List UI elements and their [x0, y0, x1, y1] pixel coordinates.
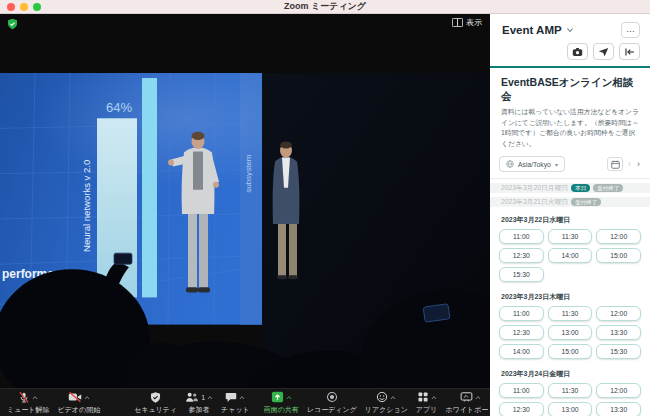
video-area: 表示: [0, 14, 490, 416]
today-badge: 本日: [571, 184, 590, 192]
panel-header: Event AMP …: [490, 14, 650, 38]
time-slot-button[interactable]: 15:30: [596, 344, 641, 359]
stage-bar-value: 64%: [106, 100, 132, 115]
record-button[interactable]: レコーディング: [305, 390, 359, 416]
time-slot-button[interactable]: 11:30: [548, 306, 593, 321]
camera-snapshot-button[interactable]: [567, 43, 588, 60]
paper-plane-icon: [598, 47, 609, 57]
participants-icon: [185, 391, 199, 403]
view-button[interactable]: 表示: [452, 17, 482, 28]
time-slot-button[interactable]: 15:30: [499, 267, 544, 282]
chevron-up-icon: [431, 395, 437, 400]
reactions-button[interactable]: リアクション: [363, 390, 410, 416]
video-muted-icon: [68, 391, 82, 403]
app-switcher[interactable]: Event AMP: [502, 24, 574, 36]
participants-button[interactable]: 1 参加者: [183, 390, 215, 416]
timezone-value: Asia/Tokyo: [518, 161, 551, 168]
time-slot-button[interactable]: 12:00: [596, 229, 641, 244]
slot-grid: 11:00 11:30 12:00 12:30 13:00 13:30 14:0…: [490, 383, 650, 416]
closed-badge: 受付終了: [593, 184, 623, 192]
day-group: 2023年3月22日水曜日 11:00 11:30 12:00 12:30 14…: [490, 207, 650, 284]
participants-count: 1: [201, 394, 205, 401]
event-title: EventBASEオンライン相談会: [490, 68, 650, 107]
day-heading: 2023年3月24日金曜日: [490, 361, 650, 383]
start-video-button[interactable]: ビデオの開始: [56, 390, 103, 416]
apps-grid-icon: [417, 391, 429, 403]
day-row-closed: 2023年3月20日月曜日 本日 受付終了: [490, 183, 650, 193]
event-amp-panel: Event AMP …: [490, 14, 650, 416]
smiley-icon: [376, 391, 388, 403]
panel-actions: [490, 38, 650, 66]
stage-bar-label: Neural networks v 2.0: [81, 160, 92, 252]
send-button[interactable]: [593, 43, 614, 60]
divider: [490, 178, 650, 179]
time-slot-button[interactable]: 14:00: [548, 248, 593, 263]
slot-grid: 11:00 11:30 12:00 12:30 14:00 15:00 15:3…: [490, 229, 650, 282]
time-slot-button[interactable]: 11:00: [499, 229, 544, 244]
video-topbar: 表示: [0, 14, 490, 73]
time-slot-button[interactable]: 12:30: [499, 248, 544, 263]
collapse-panel-button[interactable]: [619, 43, 640, 60]
unmute-button[interactable]: ミュート解除: [5, 390, 52, 416]
day-heading: 2023年3月22日水曜日: [490, 207, 650, 229]
layout-grid-icon: [452, 18, 463, 27]
record-icon: [326, 391, 338, 403]
time-slot-button[interactable]: 13:00: [548, 325, 593, 340]
event-description: 資料には載っていない活用方法などをオンラインにてご説明いたします。（所要時間は～…: [490, 107, 650, 149]
chevron-up-icon: [239, 395, 245, 400]
chevron-up-icon: [475, 395, 481, 400]
timezone-select[interactable]: Asia/Tokyo ▾: [499, 156, 565, 172]
day-row-closed: 2023年3月21日火曜日 受付終了: [490, 197, 650, 207]
whiteboard-icon: [460, 391, 473, 403]
microphone-muted-icon: [18, 391, 30, 404]
time-slot-button[interactable]: 12:00: [596, 383, 641, 398]
more-options-button[interactable]: …: [621, 22, 640, 38]
time-slot-button[interactable]: 11:00: [499, 383, 544, 398]
shield-check-icon: [7, 18, 18, 30]
time-slot-button[interactable]: 13:30: [596, 325, 641, 340]
zoom-window: Zoom ミーティング 表示: [0, 0, 650, 416]
time-slot-button[interactable]: 11:30: [548, 383, 593, 398]
chat-button[interactable]: チャット: [219, 390, 252, 416]
time-slot-button[interactable]: 12:00: [596, 306, 641, 321]
meeting-toolbar: ミュート解除 ビデオの開始: [0, 388, 490, 416]
view-label: 表示: [466, 17, 482, 28]
time-slot-button[interactable]: 11:00: [499, 306, 544, 321]
camera-icon: [572, 47, 583, 57]
encryption-shield-badge[interactable]: [7, 18, 18, 33]
time-slot-button[interactable]: 15:00: [596, 248, 641, 263]
time-slot-button[interactable]: 13:00: [548, 402, 593, 416]
day-group: 2023年3月23日木曜日 11:00 11:30 12:00 12:30 13…: [490, 284, 650, 361]
chevron-up-icon: [286, 395, 292, 400]
chevron-up-icon: [32, 395, 38, 400]
titlebar: Zoom ミーティング: [0, 0, 650, 14]
share-screen-button[interactable]: 画面の共有: [262, 390, 301, 416]
video-feed: 64% Neural networks v 2.0 subsystem perf…: [0, 73, 490, 388]
time-slot-button[interactable]: 12:30: [499, 325, 544, 340]
day-heading: 2023年3月23日木曜日: [490, 284, 650, 306]
time-slot-button[interactable]: 14:00: [499, 344, 544, 359]
time-slot-button[interactable]: 11:30: [548, 229, 593, 244]
globe-icon: [506, 160, 514, 168]
chevron-up-icon: [84, 395, 90, 400]
closed-badge: 受付終了: [571, 198, 601, 206]
chevron-up-icon: [207, 395, 213, 400]
calendar-icon: [611, 160, 620, 169]
time-slot-button[interactable]: 12:30: [499, 402, 544, 416]
collapse-left-icon: [624, 47, 635, 57]
window-title: Zoom ミーティング: [0, 0, 650, 13]
security-button[interactable]: セキュリティ: [132, 390, 179, 416]
day-group: 2023年3月24日金曜日 11:00 11:30 12:00 12:30 13…: [490, 361, 650, 416]
time-slot-button[interactable]: 15:00: [548, 344, 593, 359]
chevron-up-icon: [390, 395, 396, 400]
calendar-button[interactable]: [607, 157, 623, 171]
apps-button[interactable]: アプリ: [414, 390, 440, 416]
time-slot-button[interactable]: 13:30: [596, 402, 641, 416]
caret-down-icon: ▾: [555, 161, 558, 168]
shield-icon: [150, 391, 161, 404]
stage-side-label: subsystem: [244, 154, 253, 193]
chevron-down-icon: [566, 27, 574, 33]
slot-grid: 11:00 11:30 12:00 12:30 13:00 13:30 14:0…: [490, 306, 650, 359]
next-week-button[interactable]: ›: [636, 159, 641, 169]
prev-week-button[interactable]: ‹: [627, 159, 632, 169]
